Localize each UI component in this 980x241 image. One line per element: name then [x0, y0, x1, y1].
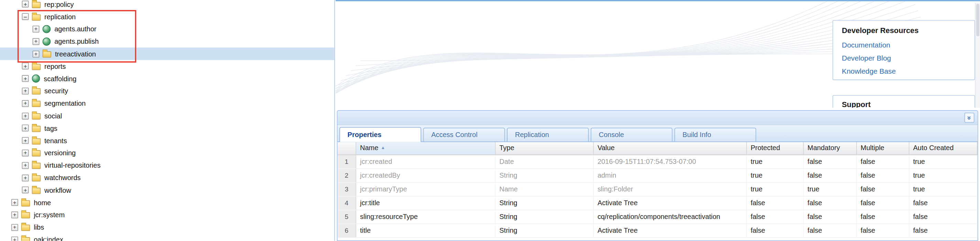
tab-access-control[interactable]: Access Control [423, 128, 505, 142]
cell-auto-created: false [910, 211, 978, 223]
tree-expand-icon[interactable]: + [22, 100, 29, 107]
tree-node-agents-publish[interactable]: +agents.publish [0, 35, 334, 48]
tree-expand-icon[interactable]: + [22, 137, 29, 144]
folder-icon [32, 113, 41, 120]
tab-console[interactable]: Console [591, 128, 673, 142]
tree-node-jcr-system[interactable]: +jcr:system [0, 209, 334, 221]
tree-node-home[interactable]: +home [0, 196, 334, 209]
cell-multiple: false [857, 224, 910, 237]
column-header-label: Type [499, 144, 514, 152]
cell-multiple: false [857, 196, 910, 210]
tree-expand-icon[interactable]: + [22, 63, 29, 70]
agent-icon [43, 25, 51, 34]
cell-value: 2016-09-15T11:07:54.753-07:00 [594, 155, 747, 168]
column-header-label: Value [598, 144, 615, 152]
cell-auto-created: false [910, 224, 978, 237]
folder-icon [32, 2, 41, 8]
tree-node-label: jcr:system [34, 211, 65, 219]
sort-asc-icon: ▲ [381, 145, 385, 150]
tree-expand-icon[interactable]: + [22, 187, 29, 193]
tree-expand-icon[interactable]: + [22, 174, 29, 181]
tree-node-segmentation[interactable]: +segmentation [0, 97, 334, 110]
tree-node-libs[interactable]: +libs [0, 221, 334, 233]
tree-expand-icon[interactable]: + [22, 1, 29, 8]
tree-node-replication[interactable]: −replication [0, 11, 334, 23]
cell-name: sling:resourceType [356, 211, 495, 223]
folder-icon [32, 64, 41, 70]
cell-protected: true [747, 183, 803, 196]
table-row[interactable]: 5sling:resourceTypeStringcq/replication/… [338, 211, 978, 224]
cell-type: String [495, 211, 593, 223]
cell-auto-created: true [910, 169, 978, 182]
tree-node-tenants[interactable]: +tenants [0, 134, 334, 147]
folder-icon [32, 163, 41, 169]
table-row[interactable]: 4jcr:titleStringActivate Treefalsefalsef… [338, 196, 978, 211]
tree-expand-icon[interactable]: + [11, 236, 18, 241]
tree-expand-icon[interactable]: + [33, 50, 40, 57]
tab-replication[interactable]: Replication [507, 128, 589, 142]
cell-name: title [356, 224, 495, 237]
column-header-auto-created[interactable]: Auto Created [910, 142, 978, 155]
folder-icon [32, 150, 41, 156]
column-header-protected[interactable]: Protected [747, 142, 803, 155]
tab-properties[interactable]: Properties [339, 127, 421, 142]
tree-expand-icon[interactable]: + [22, 88, 29, 94]
cell-mandatory: false [803, 155, 857, 168]
support-title: Support [842, 100, 974, 108]
link-knowledge-base[interactable]: Knowledge Base [842, 65, 974, 78]
row-number: 1 [338, 155, 356, 168]
column-header-type[interactable]: Type [495, 142, 593, 155]
tree-node-social[interactable]: +social [0, 110, 334, 122]
cell-protected: false [747, 224, 803, 237]
developer-resources-title: Developer Resources [842, 26, 974, 35]
table-row[interactable]: 6titleStringActivate Treefalsefalsefalse… [338, 224, 978, 238]
table-row[interactable]: 2jcr:createdByStringadmintruefalsefalset… [338, 169, 978, 183]
tree-node-virtual-repositories[interactable]: +virtual-repositories [0, 159, 334, 171]
table-row[interactable]: 3jcr:primaryTypeNamesling:Foldertruetrue… [338, 183, 978, 196]
vertical-scrollbar[interactable] [975, 2, 980, 107]
tree-node-reports[interactable]: +reports [0, 60, 334, 72]
tree-node-oak-index[interactable]: +oak:index [0, 233, 334, 241]
tree-expand-icon[interactable]: + [22, 112, 29, 119]
tab-bar: PropertiesAccess ControlReplicationConso… [338, 125, 978, 142]
collapse-panel-button[interactable]: » [964, 113, 975, 123]
cell-auto-created: true [910, 183, 978, 196]
tab-build-info[interactable]: Build Info [674, 128, 756, 142]
column-header-value[interactable]: Value [594, 142, 747, 155]
tree-expand-icon[interactable]: + [11, 199, 18, 206]
support-panel: Support [832, 95, 975, 107]
tree-node-tags[interactable]: +tags [0, 122, 334, 134]
tree-node-rep-policy[interactable]: +rep:policy [0, 0, 334, 11]
tree-node-versioning[interactable]: +versioning [0, 147, 334, 159]
tree-expand-icon[interactable]: + [22, 162, 29, 169]
table-row[interactable]: 1jcr:createdDate2016-09-15T11:07:54.753-… [338, 155, 978, 169]
tree-node-security[interactable]: +security [0, 85, 334, 97]
tree-collapse-icon[interactable]: − [22, 13, 29, 20]
tree-node-workflow[interactable]: +workflow [0, 184, 334, 196]
tree-node-agents-author[interactable]: +agents.author [0, 23, 334, 35]
content-tree: +rep:policy−replication+agents.author+ag… [0, 0, 334, 241]
scrollbar-thumb[interactable] [976, 4, 979, 37]
link-documentation[interactable]: Documentation [842, 39, 974, 52]
tree-node-label: tenants [45, 137, 67, 144]
tree-expand-icon[interactable]: + [22, 124, 29, 131]
tree-expand-icon[interactable]: + [11, 224, 18, 231]
tree-node-treeactivation[interactable]: +treeactivation [0, 48, 334, 60]
tree-expand-icon[interactable]: + [33, 26, 40, 32]
tree-node-label: treeactivation [55, 50, 96, 58]
tree-node-label: agents.publish [54, 38, 99, 45]
tree-expand-icon[interactable]: + [22, 149, 29, 156]
tree-node-scaffolding[interactable]: +scaffolding [0, 72, 334, 85]
tree-expand-icon[interactable]: + [11, 211, 18, 218]
tree-expand-icon[interactable]: + [33, 38, 40, 45]
column-header-mandatory[interactable]: Mandatory [803, 142, 857, 155]
link-developer-blog[interactable]: Developer Blog [842, 52, 974, 65]
tree-expand-icon[interactable]: + [22, 75, 29, 82]
column-header-name[interactable]: Name▲ [356, 142, 495, 155]
table-body: 1jcr:createdDate2016-09-15T11:07:54.753-… [338, 155, 978, 238]
tree-node-watchwords[interactable]: +watchwords [0, 171, 334, 184]
column-header-multiple[interactable]: Multiple [857, 142, 910, 155]
cell-type: Date [495, 155, 593, 168]
cell-mandatory: false [803, 196, 857, 210]
double-chevron-down-icon: » [966, 116, 973, 120]
